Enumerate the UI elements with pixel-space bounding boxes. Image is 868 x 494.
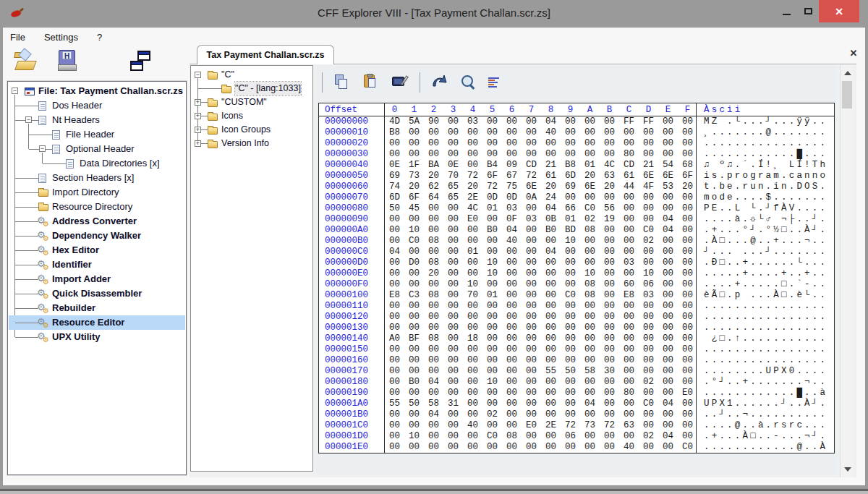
hex-byte[interactable]: 0D [502, 192, 522, 203]
hex-byte[interactable]: 10 [404, 225, 424, 236]
hex-byte[interactable]: 00 [385, 409, 404, 420]
hex-byte[interactable]: 00 [580, 442, 600, 453]
hex-byte[interactable]: 20 [678, 182, 697, 192]
hex-byte[interactable]: 00 [658, 409, 678, 420]
hex-byte[interactable]: 00 [619, 214, 639, 225]
hex-byte[interactable]: C0 [561, 290, 580, 301]
hex-byte[interactable]: 00 [522, 290, 541, 301]
hex-byte[interactable]: 00 [600, 409, 619, 420]
hex-byte[interactable]: C0 [580, 203, 600, 214]
hex-byte[interactable]: 00 [482, 116, 502, 127]
cascade-windows-button[interactable] [127, 49, 152, 72]
hex-byte[interactable]: 00 [658, 247, 678, 257]
hex-byte[interactable]: 00 [424, 431, 443, 442]
hex-byte[interactable]: 69 [561, 182, 580, 192]
hex-byte[interactable]: CD [522, 160, 541, 171]
hex-row[interactable]: 00000190000000000000000000000000800000E0… [319, 388, 834, 399]
hex-byte[interactable]: 03 [639, 290, 658, 301]
hex-byte[interactable]: 00 [580, 323, 600, 333]
hex-byte[interactable]: 70 [443, 171, 463, 182]
hex-byte[interactable]: 00 [658, 355, 678, 366]
hex-byte[interactable]: 00 [561, 409, 580, 420]
hex-byte[interactable]: 00 [443, 355, 463, 366]
hex-byte[interactable]: 24 [541, 192, 561, 203]
hex-byte[interactable]: 00 [658, 333, 678, 344]
hex-byte[interactable]: 00 [443, 420, 463, 431]
hex-byte[interactable]: 04 [658, 431, 678, 442]
hex-row[interactable]: 0000012000000000000000000000000000000000… [319, 312, 834, 323]
hex-byte[interactable]: 00 [678, 377, 697, 388]
menu-item-file[interactable]: File [9, 30, 27, 45]
maximize-button[interactable] [797, 0, 819, 22]
hex-byte[interactable]: 00 [482, 420, 502, 431]
hex-byte[interactable]: 00 [658, 127, 678, 138]
hex-byte[interactable]: 00 [541, 431, 561, 442]
hex-byte[interactable]: 73 [580, 420, 600, 431]
hex-byte[interactable]: 00 [619, 236, 639, 247]
hex-byte[interactable]: 70 [463, 290, 482, 301]
hex-byte[interactable]: 00 [522, 442, 541, 453]
hex-byte[interactable]: 00 [424, 279, 443, 290]
hex-byte[interactable]: E0 [522, 420, 541, 431]
hex-byte[interactable]: 00 [385, 279, 404, 290]
tree-item[interactable]: +Icon Groups [192, 123, 312, 137]
hex-byte[interactable]: 00 [522, 388, 541, 399]
hex-byte[interactable]: 00 [541, 377, 561, 388]
hex-byte[interactable]: 00 [541, 312, 561, 323]
hex-row[interactable]: 000001B000000400000200000000000000000000… [319, 409, 834, 420]
hex-byte[interactable]: 00 [541, 149, 561, 160]
hex-byte[interactable]: 68 [678, 160, 697, 171]
hex-byte[interactable]: 00 [385, 138, 404, 149]
hex-byte[interactable]: 00 [619, 192, 639, 203]
hex-byte[interactable]: B0 [482, 225, 502, 236]
hex-row[interactable]: 0000017000000000000000005550583000000000… [319, 366, 834, 377]
hex-byte[interactable]: 10 [639, 268, 658, 279]
hex-byte[interactable]: 00 [619, 268, 639, 279]
hex-byte[interactable]: 00 [463, 366, 482, 377]
tab-tax-payment-challan[interactable]: Tax Payment Challan.scr.zs [197, 45, 334, 64]
hex-byte[interactable]: 0E [385, 160, 404, 171]
hex-byte[interactable]: 1F [404, 160, 424, 171]
hex-byte[interactable]: 00 [658, 442, 678, 453]
hex-row[interactable]: 0000011000000000000000000000000000000000… [319, 301, 834, 312]
hex-byte[interactable]: 6E [580, 182, 600, 192]
hex-byte[interactable]: 00 [404, 312, 424, 323]
hex-byte[interactable]: 00 [443, 377, 463, 388]
hex-byte[interactable]: 00 [678, 116, 697, 127]
hex-byte[interactable]: 00 [658, 149, 678, 160]
hex-byte[interactable]: 00 [463, 388, 482, 399]
hex-row[interactable]: 0000009000000000E0000F030B01021900000400… [319, 214, 834, 225]
expand-box[interactable]: + [195, 113, 201, 119]
hex-byte[interactable]: 00 [580, 138, 600, 149]
hex-byte[interactable]: 00 [658, 279, 678, 290]
hex-byte[interactable]: 00 [522, 127, 541, 138]
hex-byte[interactable]: 00 [463, 149, 482, 160]
hex-byte[interactable]: 00 [619, 301, 639, 312]
hex-byte[interactable]: 00 [502, 279, 522, 290]
hex-byte[interactable]: 50 [561, 366, 580, 377]
hex-byte[interactable]: 00 [580, 116, 600, 127]
hex-byte[interactable]: 00 [424, 355, 443, 366]
hex-byte[interactable]: 00 [424, 388, 443, 399]
hex-byte[interactable]: 10 [482, 268, 502, 279]
hex-byte[interactable]: C0 [678, 442, 697, 453]
scrollbar-thumb[interactable] [842, 81, 852, 108]
hex-byte[interactable]: 00 [678, 420, 697, 431]
hex-byte[interactable]: 55 [385, 399, 404, 409]
hex-byte[interactable]: 00 [404, 323, 424, 333]
hex-byte[interactable]: 00 [600, 149, 619, 160]
hex-byte[interactable]: 04 [658, 399, 678, 409]
hex-byte[interactable]: 00 [522, 301, 541, 312]
tree-item[interactable]: −"C" [192, 68, 312, 82]
hex-byte[interactable]: 00 [404, 301, 424, 312]
hex-byte[interactable]: 00 [541, 399, 561, 409]
hex-byte[interactable]: 00 [522, 366, 541, 377]
hex-byte[interactable]: 00 [580, 257, 600, 268]
hex-byte[interactable]: 00 [463, 355, 482, 366]
hex-byte[interactable]: 01 [580, 160, 600, 171]
hex-byte[interactable]: 00 [678, 290, 697, 301]
hex-byte[interactable]: 55 [541, 366, 561, 377]
hex-byte[interactable]: 00 [482, 138, 502, 149]
hex-byte[interactable]: 00 [482, 301, 502, 312]
hex-byte[interactable]: FF [619, 116, 639, 127]
